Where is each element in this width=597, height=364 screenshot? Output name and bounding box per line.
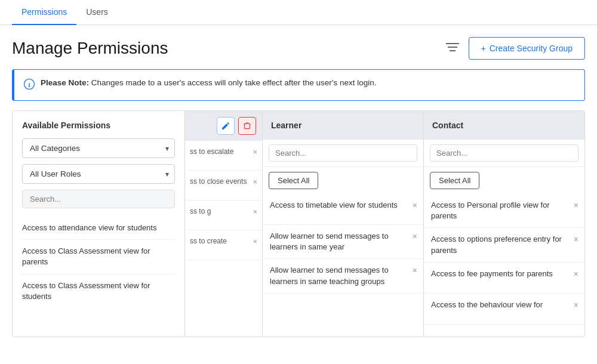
perm-item: Access to options preference entry for p… xyxy=(424,228,584,262)
perm-item: Allow learner to send messages to learne… xyxy=(263,259,423,293)
mid-item-text: ss to escalate xyxy=(190,147,233,156)
remove-icon[interactable]: × xyxy=(574,269,578,280)
learner-select-all-button[interactable]: Select All xyxy=(269,172,318,189)
delete-icon-button[interactable] xyxy=(238,117,256,135)
remove-icon[interactable]: × xyxy=(253,236,257,247)
remove-icon[interactable]: × xyxy=(253,206,257,217)
learner-column: Learner Select All Access to timetable v… xyxy=(263,110,424,337)
mid-item: ss to g × xyxy=(185,200,262,230)
page-title: Manage Permissions xyxy=(12,39,168,58)
remove-icon[interactable]: × xyxy=(574,200,578,212)
sidebar-title: Available Permissions xyxy=(22,121,175,130)
perm-item-text: Access to options preference entry for p… xyxy=(431,234,571,255)
info-icon: i xyxy=(24,79,35,92)
list-item[interactable]: Access to Class Assessment view for pare… xyxy=(22,240,175,274)
notice-bold: Please Note: xyxy=(41,78,89,87)
categories-dropdown[interactable]: All Categories xyxy=(22,138,175,158)
notice-text: Please Note: Changes made to a user's ac… xyxy=(41,78,376,87)
edit-icon-button[interactable] xyxy=(217,117,235,135)
page-header: Manage Permissions + Create Security Gro… xyxy=(0,25,597,69)
mid-item-text: ss to g xyxy=(190,206,211,216)
sidebar-search-input[interactable] xyxy=(22,190,175,208)
contact-search-wrapper xyxy=(424,140,584,167)
contact-column: Contact Select All Access to Personal pr… xyxy=(424,110,585,337)
mid-item-text: ss to close events xyxy=(190,177,247,186)
plus-icon: + xyxy=(481,44,486,53)
contact-column-header: Contact xyxy=(424,111,584,140)
perm-item-text: Access to timetable view for students xyxy=(270,200,410,211)
svg-text:i: i xyxy=(28,81,30,88)
mid-column: ss to escalate × ss to close events × ss… xyxy=(185,110,263,337)
learner-search-wrapper xyxy=(263,140,423,167)
perm-item-text: Access to Personal profile view for pare… xyxy=(431,200,571,221)
learner-column-header: Learner xyxy=(263,111,423,140)
contact-select-all-button[interactable]: Select All xyxy=(430,172,479,189)
perm-item-text: Allow learner to send messages to learne… xyxy=(270,231,410,252)
learner-search-input[interactable] xyxy=(269,144,417,162)
mid-item-text: ss to create xyxy=(190,236,227,246)
perm-item: Allow learner to send messages to learne… xyxy=(263,225,423,259)
header-actions: + Create Security Group xyxy=(446,37,585,60)
perm-item-text: Access to the behaviour view for xyxy=(431,300,571,310)
list-item[interactable]: Access to Class Assessment view for stud… xyxy=(22,274,175,308)
categories-dropdown-wrapper: All Categories ▾ xyxy=(22,138,175,158)
available-permissions-sidebar: Available Permissions All Categories ▾ A… xyxy=(12,110,185,337)
contact-search-input[interactable] xyxy=(430,144,578,162)
tab-bar: Permissions Users xyxy=(0,0,597,25)
remove-icon[interactable]: × xyxy=(413,265,417,277)
remove-icon[interactable]: × xyxy=(574,300,578,311)
tab-users[interactable]: Users xyxy=(76,0,118,25)
mid-item: ss to close events × xyxy=(185,171,262,200)
perm-item-text: Access to fee payments for parents xyxy=(431,269,571,279)
mid-item: ss to create × xyxy=(185,230,262,260)
create-security-group-button[interactable]: + Create Security Group xyxy=(469,37,585,60)
perm-item: Access to timetable view for students × xyxy=(263,194,423,225)
user-roles-dropdown[interactable]: All User Roles xyxy=(22,164,175,184)
perm-item-text: Allow learner to send messages to learne… xyxy=(270,265,410,286)
perm-item: Access to the behaviour view for × xyxy=(424,294,584,325)
contact-column-title: Contact xyxy=(432,121,463,130)
notice-banner: i Please Note: Changes made to a user's … xyxy=(12,69,585,101)
perm-item: Access to fee payments for parents × xyxy=(424,263,584,294)
perm-item: Access to Personal profile view for pare… xyxy=(424,194,584,228)
learner-column-title: Learner xyxy=(271,121,301,130)
mid-item: ss to escalate × xyxy=(185,141,262,171)
filter-icon[interactable] xyxy=(446,42,459,55)
user-roles-dropdown-wrapper: All User Roles ▾ xyxy=(22,164,175,184)
mid-column-header xyxy=(185,111,262,141)
create-security-group-label: Create Security Group xyxy=(490,44,573,53)
remove-icon[interactable]: × xyxy=(413,231,417,243)
remove-icon[interactable]: × xyxy=(253,147,257,158)
main-content: Available Permissions All Categories ▾ A… xyxy=(0,110,597,337)
remove-icon[interactable]: × xyxy=(413,200,417,212)
remove-icon[interactable]: × xyxy=(574,234,578,246)
remove-icon[interactable]: × xyxy=(253,177,257,187)
tab-permissions[interactable]: Permissions xyxy=(12,0,76,25)
list-item[interactable]: Access to attendance view for students xyxy=(22,217,175,240)
